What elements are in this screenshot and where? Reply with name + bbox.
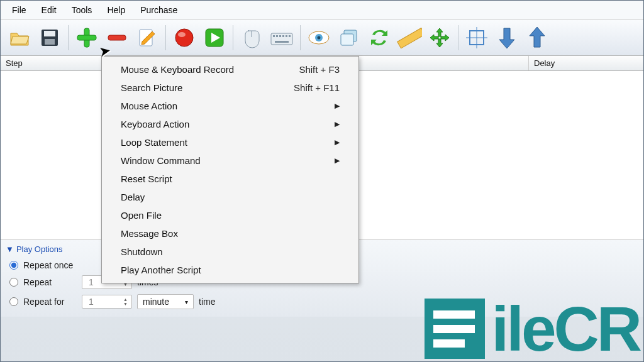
menu-tools[interactable]: Tools <box>64 3 100 18</box>
svg-point-8 <box>178 32 186 37</box>
move-button[interactable] <box>426 24 453 52</box>
separator <box>165 25 166 50</box>
menuitem-message-box[interactable]: Message Box <box>103 224 357 243</box>
menuitem-label: Delay <box>121 192 145 202</box>
add-button[interactable] <box>73 24 101 52</box>
radio-repeat[interactable] <box>9 278 18 287</box>
radio-repeat-once[interactable] <box>9 261 18 270</box>
svg-rect-13 <box>276 35 278 37</box>
menu-help[interactable]: Help <box>99 3 133 18</box>
ruler-button[interactable] <box>396 24 423 52</box>
repeat-times-value: 1 <box>89 277 94 287</box>
svg-rect-5 <box>108 35 126 40</box>
submenu-arrow-icon: ▶ <box>335 138 340 146</box>
col-delay[interactable]: Delay <box>529 56 643 70</box>
submenu-arrow-icon: ▶ <box>335 120 340 128</box>
svg-rect-15 <box>282 35 284 37</box>
svg-rect-2 <box>45 39 55 45</box>
watermark: ileCR <box>425 299 640 359</box>
record-button[interactable] <box>170 24 198 52</box>
menuitem-loop-statement[interactable]: Loop Statement ▶ <box>103 133 357 151</box>
menuitem-mouse-keyboard-record[interactable]: Mouse & Keyboard Record Shift + F3 <box>103 60 357 79</box>
menuitem-reset-script[interactable]: Reset Script <box>103 170 357 188</box>
menuitem-shutdown[interactable]: Shutdown <box>103 243 357 261</box>
separator <box>300 25 301 50</box>
radio-repeat-for[interactable] <box>9 297 18 306</box>
menuitem-label: Shutdown <box>121 246 163 257</box>
menubar: File Edit Tools Help Purchase <box>1 1 643 20</box>
svg-rect-17 <box>289 35 291 37</box>
label-repeat-once: Repeat once <box>23 260 73 270</box>
menuitem-label: Loop Statement <box>121 137 187 148</box>
menuitem-label: Play Another Script <box>121 265 201 275</box>
menuitem-shortcut: Shift + F11 <box>294 82 340 93</box>
svg-rect-18 <box>275 41 289 43</box>
svg-point-21 <box>318 36 321 40</box>
svg-rect-11 <box>271 33 292 45</box>
edit-button[interactable] <box>133 24 161 52</box>
menuitem-search-picture[interactable]: Search Picture Shift + F11 <box>103 79 357 97</box>
menuitem-label: Search Picture <box>121 82 182 93</box>
label-repeat-for: Repeat for <box>23 297 77 307</box>
chevron-down-icon: ▾ <box>185 299 188 305</box>
separator <box>68 25 69 50</box>
svg-rect-23 <box>341 34 353 45</box>
remove-button[interactable] <box>103 24 131 52</box>
windows-button[interactable] <box>335 24 363 52</box>
time-unit-combo[interactable]: minute ▾ <box>137 294 194 309</box>
keyboard-button[interactable] <box>268 24 296 52</box>
repeat-for-spinner[interactable]: 1 ▲▼ <box>82 295 132 309</box>
watermark-logo-icon <box>425 299 485 359</box>
label-time: time <box>199 297 215 307</box>
mouse-button[interactable] <box>238 24 265 52</box>
submenu-arrow-icon: ▶ <box>335 156 340 165</box>
view-button[interactable] <box>305 24 333 52</box>
menu-edit[interactable]: Edit <box>34 3 64 18</box>
open-button[interactable] <box>6 24 33 52</box>
menuitem-label: Window Command <box>121 155 201 166</box>
svg-rect-16 <box>286 35 287 37</box>
watermark-text: ileCR <box>491 300 640 357</box>
menuitem-shortcut: Shift + F3 <box>299 64 340 75</box>
menuitem-open-file[interactable]: Open File <box>103 206 357 224</box>
collapse-icon: ▼ <box>6 244 14 254</box>
spinner-arrows-icon: ▲▼ <box>123 297 128 306</box>
separator <box>458 25 458 50</box>
menuitem-mouse-action[interactable]: Mouse Action ▶ <box>103 97 357 115</box>
svg-rect-14 <box>279 35 281 37</box>
separator <box>233 25 233 50</box>
play-options-title: Play Options <box>16 244 63 254</box>
menu-purchase[interactable]: Purchase <box>133 3 185 18</box>
svg-rect-24 <box>397 28 422 48</box>
time-unit-value: minute <box>143 297 169 307</box>
svg-point-7 <box>175 29 193 47</box>
menu-file[interactable]: File <box>4 3 34 18</box>
toolbar <box>1 20 643 56</box>
label-repeat: Repeat <box>23 277 77 287</box>
menuitem-label: Open File <box>121 210 162 221</box>
menuitem-label: Mouse & Keyboard Record <box>121 64 234 75</box>
menuitem-label: Mouse Action <box>121 101 177 111</box>
menuitem-play-another-script[interactable]: Play Another Script <box>103 261 357 279</box>
menuitem-window-command[interactable]: Window Command ▶ <box>103 151 357 170</box>
submenu-arrow-icon: ▶ <box>335 102 340 110</box>
refresh-button[interactable] <box>365 24 393 52</box>
menuitem-label: Keyboard Action <box>121 119 189 129</box>
up-button[interactable] <box>523 24 551 52</box>
svg-rect-12 <box>273 35 275 37</box>
menuitem-label: Message Box <box>121 228 178 239</box>
menuitem-label: Reset Script <box>121 173 172 184</box>
menuitem-keyboard-action[interactable]: Keyboard Action ▶ <box>103 115 357 133</box>
repeat-for-value: 1 <box>89 297 94 307</box>
save-button[interactable] <box>36 24 64 52</box>
menuitem-delay[interactable]: Delay <box>103 188 357 206</box>
add-action-dropdown: Mouse & Keyboard Record Shift + F3 Searc… <box>101 56 359 283</box>
down-button[interactable] <box>493 24 521 52</box>
svg-rect-1 <box>44 31 55 36</box>
svg-rect-4 <box>77 35 96 40</box>
bounds-button[interactable] <box>463 24 491 52</box>
play-button[interactable] <box>201 24 228 52</box>
